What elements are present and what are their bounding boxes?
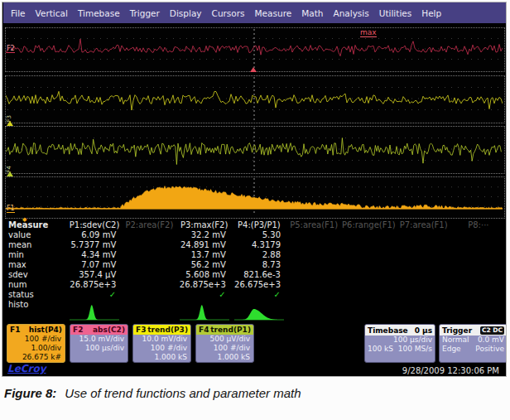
- measure-title: Measure: [6, 220, 67, 230]
- measure-row-label-value: value: [6, 230, 67, 240]
- measure-value-p4-num: 26.675e+3: [232, 280, 286, 290]
- descriptor-id: F1: [10, 325, 20, 335]
- status-check-p3: ✓: [177, 290, 232, 300]
- measure-value-p5-value: [286, 230, 341, 240]
- histo-sparkline: [68, 302, 121, 322]
- timebase-box[interactable]: Timebase 0 µs 100 µs/div 100 kS 100 MS/s: [364, 324, 435, 363]
- measure-value-p2-mean: [122, 240, 176, 250]
- trigger-position-marker-icon[interactable]: [250, 67, 257, 72]
- status-check-p5: [286, 290, 341, 300]
- descriptor-function: trend(P3): [147, 325, 188, 335]
- figure-caption: Figure 8:Use of trend functions and para…: [4, 386, 301, 400]
- measure-value-p4-sdev: 821.6e-3: [232, 270, 286, 280]
- measure-row-label-mean: mean: [6, 240, 67, 250]
- measure-value-p6-value: [341, 230, 396, 240]
- waveform-grid-f4[interactable]: F4: [5, 126, 505, 174]
- measure-value-p1-mean: 5.7377 mV: [67, 240, 122, 250]
- descriptor-id: F2: [73, 325, 83, 335]
- timebase-label: Timebase: [368, 326, 408, 335]
- menu-item-utilities[interactable]: Utilities: [379, 8, 412, 18]
- status-check-p2: [122, 290, 176, 300]
- descriptor-line-3: [70, 353, 128, 362]
- measure-value-p2-sdev: [122, 270, 176, 280]
- measure-value-p3-num: 26.875e+3: [177, 280, 232, 290]
- measure-value-p1-min: 4.34 mV: [67, 250, 122, 260]
- menu-item-timebase[interactable]: Timebase: [78, 8, 120, 18]
- descriptor-line-1: 100 #/div: [7, 335, 65, 344]
- measure-value-p4-min: 2.88: [232, 250, 286, 260]
- measure-value-p7-value: [397, 230, 451, 240]
- max-annotation: max: [360, 29, 377, 37]
- measure-value-p5-mean: [286, 240, 341, 250]
- waveform-f3: [6, 76, 503, 121]
- menu-item-file[interactable]: File: [11, 8, 26, 18]
- measure-col-header-p1[interactable]: P1:sdev(C2): [67, 220, 122, 230]
- status-check-p6: [341, 290, 396, 300]
- measure-value-p7-sdev: [397, 270, 451, 280]
- menu-item-help[interactable]: Help: [421, 8, 441, 18]
- measure-value-p6-num: [341, 280, 396, 290]
- measure-value-p5-min: [286, 250, 341, 260]
- measure-col-header-p5[interactable]: P5:area(F1): [286, 220, 341, 230]
- measure-value-p4-mean: 4.3179: [232, 240, 286, 250]
- measure-value-p2-value: [122, 230, 176, 240]
- measure-col-header-p7[interactable]: P7:area(F1): [397, 220, 451, 230]
- measure-row-label-max: max: [6, 260, 67, 270]
- menu-item-measure[interactable]: Measure: [255, 8, 292, 18]
- histo-sparkline: [178, 302, 231, 322]
- descriptor-box-f3[interactable]: F3trend(P3)10.0 mV/div100 #/div1.000 kS: [132, 324, 191, 363]
- timestamp: 9/28/2009 12:30:06 PM: [402, 366, 499, 375]
- measure-row-label-min: min: [6, 250, 67, 260]
- measure-row-label-sdev: sdev: [6, 270, 67, 280]
- f4-offset-marker-icon[interactable]: [7, 171, 13, 176]
- measure-value-p3-mean: 24.891 mV: [177, 240, 232, 250]
- measure-col-header-p3[interactable]: P3:max(F2): [177, 220, 232, 230]
- measure-row-label-num: num: [6, 280, 67, 290]
- measure-value-p3-value: 32.2 mV: [177, 230, 232, 240]
- measure-value-p1-sdev: 357.4 µV: [67, 270, 122, 280]
- descriptor-box-f1[interactable]: F1hist(P4)100 #/div1.00/div26.675 k#: [7, 324, 65, 363]
- histo-cell-p1: [67, 300, 122, 322]
- waveform-f2: [6, 28, 503, 70]
- measure-value-p2-max: [122, 260, 176, 270]
- measure-col-header-p2[interactable]: P2:area(F2): [122, 220, 176, 230]
- measure-value-p5-sdev: [286, 270, 341, 280]
- measure-value-p1-num: 26.875e+3: [67, 280, 122, 290]
- histo-cell-p2: [122, 300, 176, 322]
- waveform-grid-f2[interactable]: F2 max: [5, 27, 505, 72]
- measure-value-p1-max: 7.07 mV: [67, 260, 122, 270]
- f3-offset-marker-icon[interactable]: [7, 121, 13, 126]
- measure-value-p6-max: [341, 260, 396, 270]
- trigger-slope: Positive: [475, 345, 504, 354]
- descriptor-line-3: 1.000 kS: [196, 353, 253, 362]
- trace-label-f2: F2: [7, 45, 15, 53]
- timebase-samples: 100 kS: [368, 345, 393, 354]
- descriptor-line-3: 1.000 kS: [133, 353, 190, 362]
- measure-value-p8-min: [451, 250, 506, 260]
- measure-value-p8-mean: [451, 240, 506, 250]
- waveform-grid-f1[interactable]: F1: [5, 176, 505, 219]
- measure-value-p6-sdev: [341, 270, 396, 280]
- menu-item-display[interactable]: Display: [170, 8, 202, 18]
- descriptor-line-2: 1.00/div: [7, 344, 65, 353]
- descriptor-box-f2[interactable]: F2abs(C2)15.0 mV/div100 µs/div: [70, 324, 128, 363]
- histo-cell-p6: [341, 300, 396, 322]
- f1-marker-icon: ◆: [22, 216, 26, 223]
- descriptor-line-1: 10.0 mV/div: [133, 335, 190, 344]
- menu-item-math[interactable]: Math: [301, 8, 323, 18]
- measure-col-header-p4[interactable]: P4:(P3/P1): [232, 220, 286, 230]
- measure-col-header-p8[interactable]: P8:···: [451, 220, 506, 230]
- trigger-box[interactable]: Trigger C2 DC Normal 0.0 mV Edge Positiv…: [439, 324, 507, 363]
- menu-item-trigger[interactable]: Trigger: [130, 8, 160, 18]
- measure-col-header-p6[interactable]: P6:range(F1): [341, 220, 396, 230]
- measure-value-p3-min: 13.7 mV: [177, 250, 232, 260]
- menu-item-analysis[interactable]: Analysis: [333, 8, 368, 18]
- descriptor-line-2: 100 #/div: [133, 344, 190, 353]
- menu-item-vertical[interactable]: Vertical: [36, 8, 68, 18]
- figure-caption-label: Figure 8:: [4, 386, 56, 400]
- trigger-label: Trigger: [442, 326, 472, 335]
- measure-value-p7-num: [397, 280, 451, 290]
- waveform-grid-f3[interactable]: F3: [5, 75, 505, 123]
- menu-item-cursors[interactable]: Cursors: [212, 8, 245, 18]
- descriptor-box-f4[interactable]: F4trend(P1)500 µV/div100 #/div1.000 kS: [195, 324, 254, 363]
